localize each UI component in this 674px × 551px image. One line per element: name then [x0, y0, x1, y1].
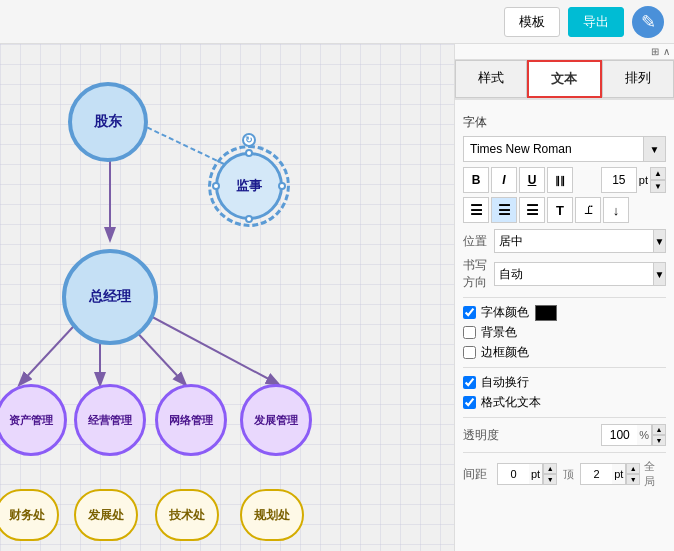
- transparency-unit: %: [637, 424, 652, 446]
- app-container: 模板 导出 ✎: [0, 0, 674, 551]
- node-fazhan-label: 发展管理: [254, 413, 298, 428]
- position-dropdown[interactable]: ▼: [654, 229, 666, 253]
- spacing-top-down[interactable]: ▼: [543, 474, 557, 485]
- align-row: ☰ ☰ ☰ T ⊥̈ ↓: [463, 197, 666, 223]
- valign-bottom-button[interactable]: ↓: [603, 197, 629, 223]
- formatted-text-checkbox[interactable]: [463, 396, 476, 409]
- font-color-checkbox[interactable]: [463, 306, 476, 319]
- align-right-button[interactable]: ☰: [519, 197, 545, 223]
- tab-text[interactable]: 文本: [527, 60, 601, 98]
- avatar-icon: ✎: [641, 11, 656, 33]
- font-size-input[interactable]: [601, 167, 637, 193]
- handle-left[interactable]: [212, 182, 220, 190]
- auto-wrap-row: 自动换行: [463, 374, 666, 391]
- direction-row: 书写方向 ▼: [463, 257, 666, 291]
- node-caiwu[interactable]: 财务处: [0, 489, 59, 541]
- node-wangluo[interactable]: 网络管理: [155, 384, 227, 456]
- handle-bottom[interactable]: [245, 215, 253, 223]
- template-button[interactable]: 模板: [504, 7, 560, 37]
- font-color-row: 字体颜色: [463, 304, 666, 321]
- node-fazhanchu[interactable]: 发展处: [74, 489, 138, 541]
- formatted-text-label: 格式化文本: [481, 394, 541, 411]
- underline-button[interactable]: U: [519, 167, 545, 193]
- spacing-right-input[interactable]: [580, 463, 612, 485]
- tab-style[interactable]: 样式: [455, 60, 527, 98]
- font-dropdown-arrow[interactable]: ▼: [644, 136, 666, 162]
- node-zongjingli[interactable]: 总经理: [62, 249, 158, 345]
- font-section-label: 字体: [463, 114, 666, 131]
- direction-label: 书写方向: [463, 257, 494, 291]
- font-select-row: ▼: [463, 136, 666, 162]
- spacing-right-sublabel: 全局: [644, 459, 666, 489]
- chevron-down-icon: ▼: [650, 144, 660, 155]
- panel-collapse-icon[interactable]: ∧: [663, 46, 670, 57]
- font-size-spinner: ▲ ▼: [650, 167, 666, 193]
- align-left-button[interactable]: ☰: [463, 197, 489, 223]
- bg-color-label: 背景色: [481, 324, 517, 341]
- node-jingying-label: 经营管理: [88, 413, 132, 428]
- position-row: 位置 ▼: [463, 229, 666, 253]
- border-color-checkbox[interactable]: [463, 346, 476, 359]
- transparency-down-button[interactable]: ▼: [652, 435, 666, 446]
- node-jishu-label: 技术处: [169, 507, 205, 524]
- spacing-top-input[interactable]: [497, 463, 529, 485]
- formatted-text-row: 格式化文本: [463, 394, 666, 411]
- node-jiandu[interactable]: ↻ 监事: [215, 152, 283, 220]
- direction-select[interactable]: [494, 262, 654, 286]
- border-color-label: 边框颜色: [481, 344, 529, 361]
- position-label: 位置: [463, 233, 494, 250]
- font-size-up-button[interactable]: ▲: [650, 167, 666, 180]
- border-color-row: 边框颜色: [463, 344, 666, 361]
- font-color-label: 字体颜色: [481, 304, 529, 321]
- panel-tabs: 样式 文本 排列: [455, 60, 674, 100]
- node-fazhanchu-label: 发展处: [88, 507, 124, 524]
- canvas-area[interactable]: 股东 ↻ 监事 总经理 资产管理: [0, 44, 454, 551]
- align-center-button[interactable]: ☰: [491, 197, 517, 223]
- right-panel: ⊞ ∧ 样式 文本 排列 字体: [454, 44, 674, 551]
- auto-wrap-label: 自动换行: [481, 374, 529, 391]
- node-guihua[interactable]: 规划处: [240, 489, 304, 541]
- node-jiandu-label: 监事: [236, 177, 262, 195]
- node-jingying[interactable]: 经营管理: [74, 384, 146, 456]
- spacing-top-sublabel: 顶: [563, 467, 574, 482]
- node-fazhan[interactable]: 发展管理: [240, 384, 312, 456]
- panel-body: 字体 ▼ B I U ∥∥ pt: [455, 100, 674, 551]
- node-jishu[interactable]: 技术处: [155, 489, 219, 541]
- panel-grid-icon[interactable]: ⊞: [651, 46, 659, 57]
- spacing-row: 间距 pt ▲ ▼ 顶 pt ▲ ▼: [463, 459, 666, 489]
- node-guihua-label: 规划处: [254, 507, 290, 524]
- export-button[interactable]: 导出: [568, 7, 624, 37]
- transparency-input[interactable]: [601, 424, 637, 446]
- node-zichan[interactable]: 资产管理: [0, 384, 67, 456]
- bold-button[interactable]: B: [463, 167, 489, 193]
- node-zongjingli-label: 总经理: [89, 288, 131, 306]
- spacing-right-up[interactable]: ▲: [626, 463, 640, 474]
- bg-color-checkbox[interactable]: [463, 326, 476, 339]
- node-gudong[interactable]: 股东: [68, 82, 148, 162]
- transparency-up-button[interactable]: ▲: [652, 424, 666, 435]
- spacing-right-down[interactable]: ▼: [626, 474, 640, 485]
- position-select[interactable]: [494, 229, 654, 253]
- handle-top[interactable]: [245, 149, 253, 157]
- spacing-top-up[interactable]: ▲: [543, 463, 557, 474]
- transparency-row: 透明度 % ▲ ▼: [463, 424, 666, 446]
- tab-arrange[interactable]: 排列: [602, 60, 674, 98]
- main-content: 股东 ↻ 监事 总经理 资产管理: [0, 44, 674, 551]
- italic-button[interactable]: I: [491, 167, 517, 193]
- avatar[interactable]: ✎: [632, 6, 664, 38]
- font-size-down-button[interactable]: ▼: [650, 180, 666, 193]
- node-zichan-label: 资产管理: [9, 413, 53, 428]
- font-color-box[interactable]: [535, 305, 557, 321]
- auto-wrap-checkbox[interactable]: [463, 376, 476, 389]
- valign-middle-button[interactable]: ⊥̈: [575, 197, 601, 223]
- strikethrough-button[interactable]: ∥∥: [547, 167, 573, 193]
- font-name-input[interactable]: [463, 136, 644, 162]
- direction-dropdown[interactable]: ▼: [654, 262, 666, 286]
- toolbar: 模板 导出 ✎: [0, 0, 674, 44]
- spacing-pt-2: pt: [612, 463, 626, 485]
- rotate-handle[interactable]: ↻: [242, 133, 256, 147]
- valign-top-button[interactable]: T: [547, 197, 573, 223]
- transparency-label: 透明度: [463, 427, 513, 444]
- node-wangluo-label: 网络管理: [169, 413, 213, 428]
- handle-right[interactable]: [278, 182, 286, 190]
